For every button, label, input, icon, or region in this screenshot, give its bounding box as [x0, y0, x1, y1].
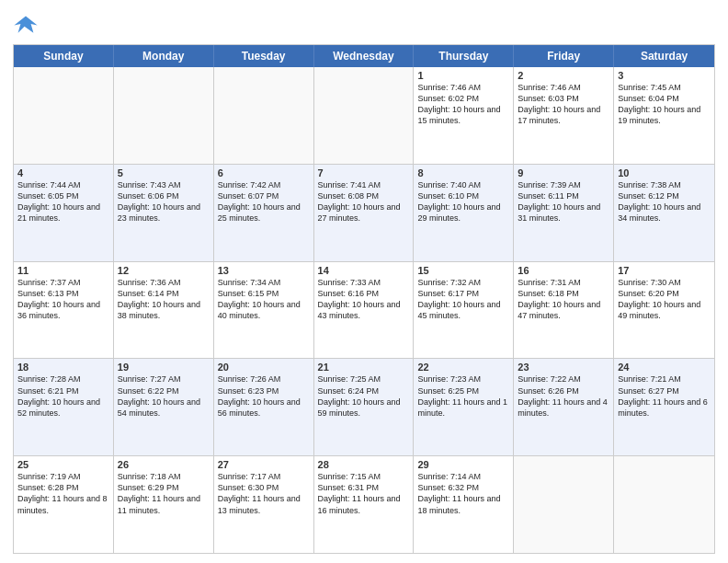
- header-day-wednesday: Wednesday: [314, 45, 415, 67]
- day-number: 20: [218, 362, 310, 373]
- logo: [13, 11, 42, 37]
- day-number: 18: [17, 362, 109, 373]
- cell-text: Sunrise: 7:15 AM Sunset: 6:31 PM Dayligh…: [318, 471, 410, 516]
- day-number: 22: [417, 362, 509, 373]
- calendar-body: 1Sunrise: 7:46 AM Sunset: 6:02 PM Daylig…: [14, 67, 714, 553]
- cell-text: Sunrise: 7:28 AM Sunset: 6:21 PM Dayligh…: [17, 373, 109, 419]
- header-day-friday: Friday: [514, 45, 614, 67]
- cell-text: Sunrise: 7:40 AM Sunset: 6:10 PM Dayligh…: [417, 179, 509, 224]
- calendar-cell-4-6: [614, 456, 714, 553]
- cell-text: Sunrise: 7:31 AM Sunset: 6:18 PM Dayligh…: [518, 277, 609, 322]
- cell-text: Sunrise: 7:34 AM Sunset: 6:15 PM Dayligh…: [218, 277, 310, 322]
- cell-text: Sunrise: 7:21 AM Sunset: 6:27 PM Dayligh…: [618, 373, 711, 419]
- calendar-cell-3-0: 18Sunrise: 7:28 AM Sunset: 6:21 PM Dayli…: [14, 359, 114, 455]
- cell-text: Sunrise: 7:25 AM Sunset: 6:24 PM Dayligh…: [318, 373, 410, 419]
- calendar-cell-1-2: 6Sunrise: 7:42 AM Sunset: 6:07 PM Daylig…: [214, 165, 314, 261]
- calendar-cell-4-4: 29Sunrise: 7:14 AM Sunset: 6:32 PM Dayli…: [414, 456, 514, 553]
- cell-text: Sunrise: 7:42 AM Sunset: 6:07 PM Dayligh…: [218, 179, 310, 224]
- cell-text: Sunrise: 7:41 AM Sunset: 6:08 PM Dayligh…: [318, 179, 410, 224]
- day-number: 16: [518, 265, 609, 276]
- header-day-tuesday: Tuesday: [214, 45, 314, 67]
- calendar-cell-0-4: 1Sunrise: 7:46 AM Sunset: 6:02 PM Daylig…: [414, 67, 514, 164]
- cell-text: Sunrise: 7:19 AM Sunset: 6:28 PM Dayligh…: [17, 471, 109, 516]
- calendar-cell-4-5: [514, 456, 614, 553]
- calendar-cell-0-6: 3Sunrise: 7:45 AM Sunset: 6:04 PM Daylig…: [614, 67, 714, 164]
- cell-text: Sunrise: 7:27 AM Sunset: 6:22 PM Dayligh…: [118, 373, 210, 419]
- svg-marker-0: [14, 17, 37, 33]
- cell-text: Sunrise: 7:18 AM Sunset: 6:29 PM Dayligh…: [118, 471, 210, 516]
- day-number: 4: [17, 167, 109, 178]
- day-number: 12: [118, 265, 210, 276]
- calendar-cell-1-1: 5Sunrise: 7:43 AM Sunset: 6:06 PM Daylig…: [114, 165, 214, 261]
- day-number: 9: [518, 167, 609, 178]
- calendar-cell-0-2: [214, 67, 314, 164]
- cell-text: Sunrise: 7:30 AM Sunset: 6:20 PM Dayligh…: [618, 277, 711, 322]
- day-number: 15: [417, 265, 509, 276]
- calendar-row-1: 4Sunrise: 7:44 AM Sunset: 6:05 PM Daylig…: [14, 165, 714, 262]
- cell-text: Sunrise: 7:38 AM Sunset: 6:12 PM Dayligh…: [618, 179, 711, 224]
- cell-text: Sunrise: 7:14 AM Sunset: 6:32 PM Dayligh…: [417, 471, 509, 516]
- calendar-cell-2-3: 14Sunrise: 7:33 AM Sunset: 6:16 PM Dayli…: [314, 262, 415, 359]
- calendar-cell-4-0: 25Sunrise: 7:19 AM Sunset: 6:28 PM Dayli…: [14, 456, 114, 553]
- calendar-cell-1-4: 8Sunrise: 7:40 AM Sunset: 6:10 PM Daylig…: [414, 165, 514, 261]
- calendar-cell-4-3: 28Sunrise: 7:15 AM Sunset: 6:31 PM Dayli…: [314, 456, 415, 553]
- day-number: 2: [518, 70, 609, 81]
- day-number: 10: [618, 167, 711, 178]
- day-number: 17: [618, 265, 711, 276]
- day-number: 29: [417, 459, 509, 470]
- cell-text: Sunrise: 7:17 AM Sunset: 6:30 PM Dayligh…: [218, 471, 310, 516]
- logo-bird-icon: [13, 11, 39, 37]
- header-day-thursday: Thursday: [414, 45, 514, 67]
- day-number: 8: [417, 167, 509, 178]
- calendar-cell-2-1: 12Sunrise: 7:36 AM Sunset: 6:14 PM Dayli…: [114, 262, 214, 359]
- calendar-cell-3-1: 19Sunrise: 7:27 AM Sunset: 6:22 PM Dayli…: [114, 359, 214, 455]
- cell-text: Sunrise: 7:33 AM Sunset: 6:16 PM Dayligh…: [318, 277, 410, 322]
- calendar-cell-3-6: 24Sunrise: 7:21 AM Sunset: 6:27 PM Dayli…: [614, 359, 714, 455]
- calendar-cell-2-0: 11Sunrise: 7:37 AM Sunset: 6:13 PM Dayli…: [14, 262, 114, 359]
- header-day-sunday: Sunday: [14, 45, 114, 67]
- day-number: 3: [618, 70, 711, 81]
- header-day-monday: Monday: [114, 45, 214, 67]
- calendar-cell-2-4: 15Sunrise: 7:32 AM Sunset: 6:17 PM Dayli…: [414, 262, 514, 359]
- calendar-cell-1-6: 10Sunrise: 7:38 AM Sunset: 6:12 PM Dayli…: [614, 165, 714, 261]
- calendar-cell-3-5: 23Sunrise: 7:22 AM Sunset: 6:26 PM Dayli…: [514, 359, 614, 455]
- day-number: 23: [518, 362, 609, 373]
- day-number: 11: [17, 265, 109, 276]
- cell-text: Sunrise: 7:36 AM Sunset: 6:14 PM Dayligh…: [118, 277, 210, 322]
- cell-text: Sunrise: 7:46 AM Sunset: 6:02 PM Dayligh…: [417, 82, 509, 127]
- day-number: 25: [17, 459, 109, 470]
- calendar-header: SundayMondayTuesdayWednesdayThursdayFrid…: [14, 45, 714, 67]
- day-number: 14: [318, 265, 410, 276]
- day-number: 1: [417, 70, 509, 81]
- calendar-cell-2-6: 17Sunrise: 7:30 AM Sunset: 6:20 PM Dayli…: [614, 262, 714, 359]
- day-number: 7: [318, 167, 410, 178]
- day-number: 26: [118, 459, 210, 470]
- calendar-cell-1-0: 4Sunrise: 7:44 AM Sunset: 6:05 PM Daylig…: [14, 165, 114, 261]
- calendar-row-0: 1Sunrise: 7:46 AM Sunset: 6:02 PM Daylig…: [14, 67, 714, 165]
- calendar-row-2: 11Sunrise: 7:37 AM Sunset: 6:13 PM Dayli…: [14, 262, 714, 360]
- cell-text: Sunrise: 7:39 AM Sunset: 6:11 PM Dayligh…: [518, 179, 609, 224]
- calendar-row-3: 18Sunrise: 7:28 AM Sunset: 6:21 PM Dayli…: [14, 359, 714, 456]
- day-number: 5: [118, 167, 210, 178]
- cell-text: Sunrise: 7:32 AM Sunset: 6:17 PM Dayligh…: [417, 277, 509, 322]
- calendar-cell-1-5: 9Sunrise: 7:39 AM Sunset: 6:11 PM Daylig…: [514, 165, 614, 261]
- calendar: SundayMondayTuesdayWednesdayThursdayFrid…: [13, 44, 715, 554]
- header-day-saturday: Saturday: [614, 45, 714, 67]
- day-number: 6: [218, 167, 310, 178]
- calendar-cell-2-2: 13Sunrise: 7:34 AM Sunset: 6:15 PM Dayli…: [214, 262, 314, 359]
- cell-text: Sunrise: 7:37 AM Sunset: 6:13 PM Dayligh…: [17, 277, 109, 322]
- header: [13, 11, 715, 37]
- day-number: 24: [618, 362, 711, 373]
- calendar-cell-0-0: [14, 67, 114, 164]
- calendar-cell-1-3: 7Sunrise: 7:41 AM Sunset: 6:08 PM Daylig…: [314, 165, 415, 261]
- calendar-cell-4-1: 26Sunrise: 7:18 AM Sunset: 6:29 PM Dayli…: [114, 456, 214, 553]
- day-number: 27: [218, 459, 310, 470]
- day-number: 28: [318, 459, 410, 470]
- calendar-cell-0-1: [114, 67, 214, 164]
- calendar-row-4: 25Sunrise: 7:19 AM Sunset: 6:28 PM Dayli…: [14, 456, 714, 553]
- calendar-cell-4-2: 27Sunrise: 7:17 AM Sunset: 6:30 PM Dayli…: [214, 456, 314, 553]
- cell-text: Sunrise: 7:26 AM Sunset: 6:23 PM Dayligh…: [218, 373, 310, 419]
- cell-text: Sunrise: 7:46 AM Sunset: 6:03 PM Dayligh…: [518, 82, 609, 127]
- page: SundayMondayTuesdayWednesdayThursdayFrid…: [0, 0, 728, 563]
- calendar-cell-3-2: 20Sunrise: 7:26 AM Sunset: 6:23 PM Dayli…: [214, 359, 314, 455]
